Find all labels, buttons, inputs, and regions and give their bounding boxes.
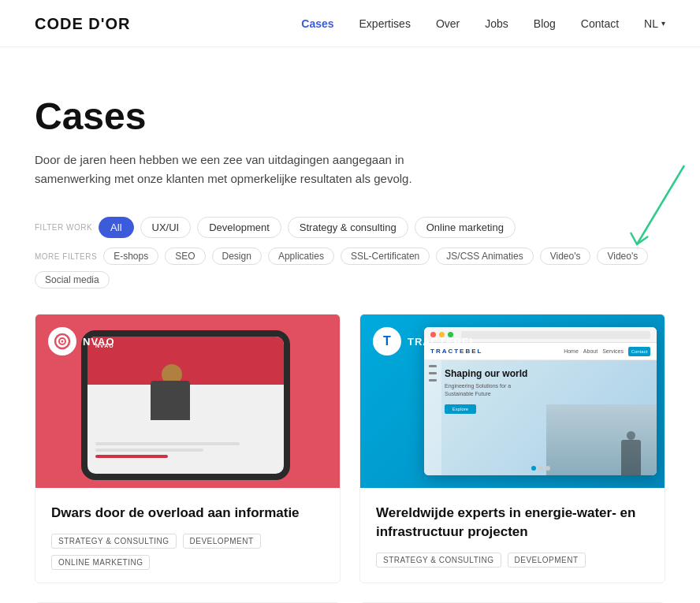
tractebel-card-body: Wereldwijde experts in energie-water- en… bbox=[360, 488, 665, 580]
filter-design[interactable]: Design bbox=[212, 248, 262, 265]
tag-online-marketing: ONLINE MARKETING bbox=[51, 555, 150, 570]
filter-uxui[interactable]: UX/UI bbox=[140, 217, 192, 238]
tractebel-icon: T bbox=[373, 327, 401, 355]
main-nav: Cases Expertises Over Jobs Blog Contact … bbox=[301, 17, 665, 30]
nvao-icon bbox=[48, 327, 76, 355]
language-selector[interactable]: NL ▾ bbox=[644, 17, 665, 30]
nav-expertises[interactable]: Expertises bbox=[359, 17, 411, 30]
tractebel-name: TRACTEBEL bbox=[408, 336, 477, 348]
tractebel-card-tags: STRATEGY & CONSULTING DEVELOPMENT bbox=[376, 553, 649, 568]
svg-point-4 bbox=[61, 341, 64, 343]
card-nvao-image: NVAO NVAO bbox=[35, 315, 340, 488]
filter-label: FILTER WORK bbox=[35, 223, 92, 232]
filter-row-primary: FILTER WORK All UX/UI Development Strate… bbox=[35, 217, 665, 238]
filter-eshops[interactable]: E-shops bbox=[103, 248, 158, 265]
nav-cases[interactable]: Cases bbox=[301, 17, 333, 30]
nav-jobs[interactable]: Jobs bbox=[485, 17, 508, 30]
page-content: Cases Door de jaren heen hebben we een z… bbox=[0, 47, 700, 603]
tractebel-tag-dev: DEVELOPMENT bbox=[508, 553, 586, 568]
tag-strategy-consulting: STRATEGY & CONSULTING bbox=[51, 534, 177, 549]
tractebel-badge: T TRACTEBEL bbox=[373, 327, 477, 355]
svg-text:CODE D'OR: CODE D'OR bbox=[35, 15, 131, 32]
filter-videos1[interactable]: Video's bbox=[540, 248, 591, 265]
filter-online-marketing[interactable]: Online marketing bbox=[415, 217, 516, 238]
filter-row-more: MORE FILTERS E-shops SEO Design Applicat… bbox=[35, 248, 665, 288]
tractebel-tag-strategy: STRATEGY & CONSULTING bbox=[376, 553, 501, 568]
nav-over[interactable]: Over bbox=[436, 17, 460, 30]
tractebel-card-title: Wereldwijde experts in energie-water- en… bbox=[376, 504, 649, 542]
nvao-badge: NVAO bbox=[48, 327, 115, 355]
filter-videos2[interactable]: Video's bbox=[597, 248, 648, 265]
filter-ssl[interactable]: SSL-Certificaten bbox=[341, 248, 430, 265]
nvao-card-body: Dwars door de overload aan informatie ST… bbox=[35, 488, 340, 583]
filter-jscss[interactable]: JS/CSS Animaties bbox=[436, 248, 533, 265]
nav-blog[interactable]: Blog bbox=[534, 17, 556, 30]
filter-strategy[interactable]: Strategy & consulting bbox=[288, 217, 408, 238]
card-tractebel[interactable]: T TRACTEBEL TRACTEBEL bbox=[359, 314, 665, 583]
more-filters-label: MORE FILTERS bbox=[35, 252, 97, 261]
filter-development[interactable]: Development bbox=[197, 217, 281, 238]
nvao-card-title: Dwars door de overload aan informatie bbox=[51, 504, 324, 523]
cards-grid: NVAO NVAO bbox=[35, 314, 665, 603]
card-tractebel-image: T TRACTEBEL TRACTEBEL bbox=[360, 315, 665, 488]
chevron-down-icon: ▾ bbox=[661, 19, 665, 28]
card-nvao[interactable]: NVAO NVAO bbox=[35, 314, 341, 583]
filter-seo[interactable]: SEO bbox=[165, 248, 205, 265]
filter-social[interactable]: Social media bbox=[35, 271, 110, 288]
filter-all[interactable]: All bbox=[99, 217, 133, 238]
nvao-card-tags: STRATEGY & CONSULTING DEVELOPMENT ONLINE… bbox=[51, 534, 324, 570]
nvao-name: NVAO bbox=[83, 336, 115, 348]
filter-applicaties[interactable]: Applicaties bbox=[268, 248, 334, 265]
page-subtitle: Door de jaren heen hebben we een zee van… bbox=[35, 151, 429, 188]
page-title: Cases bbox=[35, 95, 665, 138]
site-logo[interactable]: CODE D'OR bbox=[35, 12, 137, 35]
tag-development: DEVELOPMENT bbox=[183, 534, 261, 549]
nav-contact[interactable]: Contact bbox=[581, 17, 619, 30]
header: CODE D'OR Cases Expertises Over Jobs Blo… bbox=[0, 0, 700, 47]
